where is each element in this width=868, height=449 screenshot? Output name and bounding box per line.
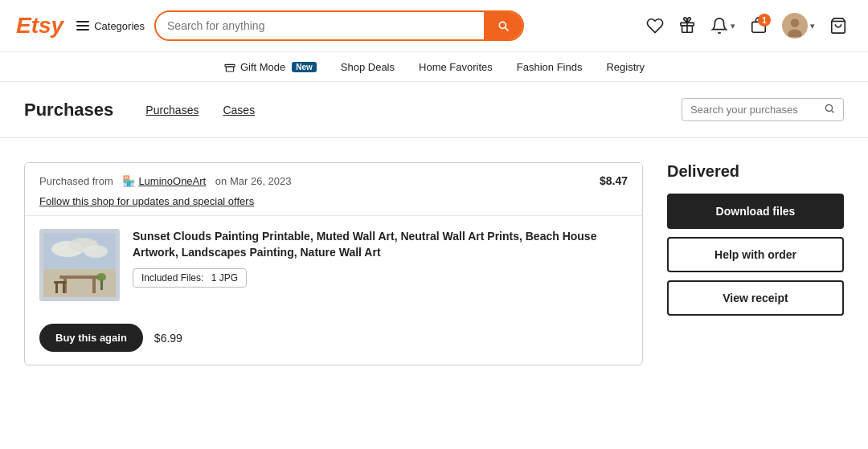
download-files-button[interactable]: Download files: [667, 194, 844, 229]
order-actions: Buy this again $6.99: [25, 314, 642, 365]
heart-icon: [646, 17, 664, 35]
search-icon: [497, 19, 510, 32]
svg-rect-21: [54, 281, 67, 284]
categories-button[interactable]: Categories: [76, 20, 145, 32]
product-thumbnail: [39, 229, 120, 301]
svg-rect-8: [226, 67, 233, 71]
svg-point-9: [825, 104, 832, 111]
order-price: $8.47: [600, 174, 628, 187]
etsy-logo[interactable]: Etsy: [16, 13, 63, 39]
nav-item-registry[interactable]: Registry: [606, 61, 645, 73]
purchases-search-icon: [824, 103, 835, 116]
svg-rect-22: [55, 284, 58, 293]
files-value: 1 JPG: [211, 272, 238, 284]
product-title: Sunset Clouds Painting Printable, Muted …: [133, 229, 628, 260]
nav-item-fashion-finds[interactable]: Fashion Finds: [517, 61, 583, 73]
nav-home-favorites-label: Home Favorites: [419, 61, 493, 73]
page-title: Purchases: [24, 100, 113, 120]
svg-point-16: [84, 245, 108, 258]
main-content: Purchased from 🏪 LuminoOneArt on Mar 26,…: [0, 138, 868, 382]
order-body: Sunset Clouds Painting Printable, Muted …: [25, 216, 642, 314]
header-icons: ▾ 1 ▾: [641, 8, 852, 43]
tab-purchases[interactable]: Purchases: [145, 104, 199, 116]
nav-fashion-finds-label: Fashion Finds: [517, 61, 583, 73]
delivery-status: Delivered: [667, 162, 844, 181]
bag-badge: 1: [758, 14, 771, 27]
search-input[interactable]: [156, 12, 484, 39]
avatar-icon: [784, 14, 806, 37]
main-nav: Gift Mode New Shop Deals Home Favorites …: [0, 52, 868, 82]
svg-rect-18: [59, 276, 100, 279]
purchases-search-bar: [682, 98, 844, 121]
view-receipt-button[interactable]: View receipt: [667, 280, 844, 316]
site-header: Etsy Categories ▾ 1 ▾: [0, 0, 868, 52]
nav-gift-mode-label: Gift Mode: [240, 61, 285, 73]
gift-button[interactable]: [674, 12, 701, 39]
help-with-order-button[interactable]: Help with order: [667, 237, 844, 272]
new-badge: New: [292, 62, 317, 72]
cart-icon: [829, 17, 847, 35]
order-card: Purchased from 🏪 LuminoOneArt on Mar 26,…: [24, 162, 643, 365]
purchases-header: Purchases Purchases Cases: [0, 82, 868, 138]
hamburger-icon: [76, 21, 89, 31]
purchases-tabs: Purchases Cases: [145, 104, 255, 116]
notifications-button[interactable]: ▾: [706, 12, 740, 39]
bag-button[interactable]: 1: [745, 12, 772, 39]
nav-item-gift-mode[interactable]: Gift Mode New: [223, 60, 317, 73]
search-bar: [154, 10, 524, 41]
cart-button[interactable]: [825, 12, 852, 39]
product-image: [39, 229, 120, 301]
categories-label: Categories: [94, 20, 145, 32]
search-button[interactable]: [484, 12, 522, 39]
order-date: on Mar 26, 2023: [215, 175, 292, 187]
product-info: Sunset Clouds Painting Printable, Muted …: [133, 229, 628, 288]
order-from: Purchased from 🏪 LuminoOneArt on Mar 26,…: [39, 175, 292, 187]
files-label: Included Files:: [141, 272, 203, 284]
buy-again-price: $6.99: [154, 332, 182, 345]
shop-icon: 🏪: [122, 175, 135, 187]
wishlist-button[interactable]: [641, 12, 669, 39]
svg-line-10: [832, 111, 834, 113]
right-panel: Delivered Download files Help with order…: [667, 162, 844, 365]
nav-item-shop-deals[interactable]: Shop Deals: [341, 61, 395, 73]
svg-rect-20: [92, 279, 96, 293]
nav-registry-label: Registry: [606, 61, 645, 73]
user-avatar: [782, 13, 808, 39]
gift-icon: [678, 17, 696, 35]
bell-icon: [710, 17, 728, 35]
nav-shop-deals-label: Shop Deals: [341, 61, 395, 73]
buy-again-button[interactable]: Buy this again: [39, 324, 143, 352]
purchased-from-label: Purchased from: [39, 175, 113, 187]
account-button[interactable]: ▾: [777, 8, 820, 43]
account-chevron-icon: ▾: [810, 21, 815, 31]
purchases-search-input[interactable]: [690, 104, 819, 116]
shop-name-link[interactable]: LuminoOneArt: [138, 175, 206, 187]
order-header: Purchased from 🏪 LuminoOneArt on Mar 26,…: [25, 163, 642, 195]
svg-point-4: [791, 18, 800, 27]
nav-item-home-favorites[interactable]: Home Favorites: [419, 61, 493, 73]
product-files-badge: Included Files: 1 JPG: [133, 268, 247, 288]
bell-chevron-icon: ▾: [731, 21, 735, 31]
tab-cases[interactable]: Cases: [223, 104, 255, 116]
gift-nav-icon: [223, 60, 236, 73]
follow-shop-link[interactable]: Follow this shop for updates and special…: [25, 195, 642, 215]
svg-point-25: [96, 273, 106, 281]
svg-rect-23: [63, 284, 65, 293]
